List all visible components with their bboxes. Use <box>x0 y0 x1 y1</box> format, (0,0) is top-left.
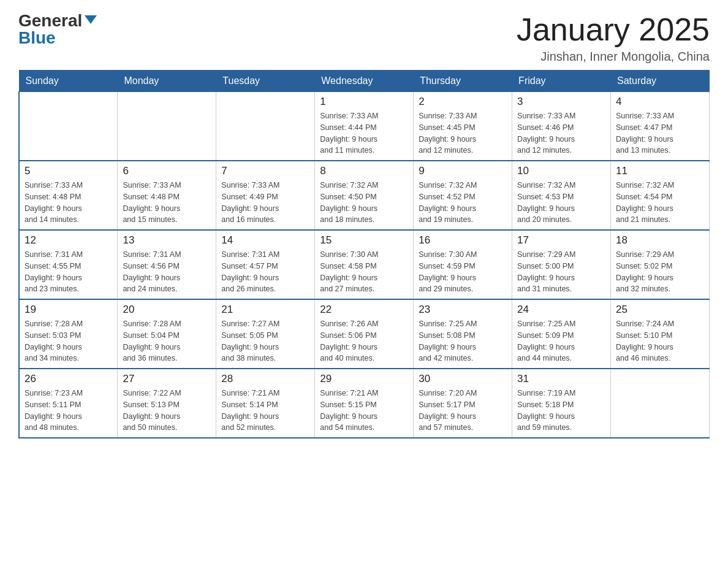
day-number: 28 <box>221 373 309 385</box>
calendar-cell: 30Sunrise: 7:20 AM Sunset: 5:17 PM Dayli… <box>414 369 512 438</box>
day-number: 29 <box>320 373 408 385</box>
day-number: 19 <box>25 304 112 316</box>
calendar-cell: 17Sunrise: 7:29 AM Sunset: 5:00 PM Dayli… <box>512 230 611 299</box>
day-number: 8 <box>320 165 408 177</box>
day-info: Sunrise: 7:28 AM Sunset: 5:04 PM Dayligh… <box>123 318 211 364</box>
calendar-cell: 22Sunrise: 7:26 AM Sunset: 5:06 PM Dayli… <box>315 299 414 369</box>
calendar-cell: 6Sunrise: 7:33 AM Sunset: 4:48 PM Daylig… <box>118 161 216 230</box>
day-info: Sunrise: 7:33 AM Sunset: 4:45 PM Dayligh… <box>419 110 507 156</box>
day-info: Sunrise: 7:19 AM Sunset: 5:18 PM Dayligh… <box>517 388 605 434</box>
calendar-cell <box>216 92 315 161</box>
day-number: 2 <box>419 96 507 108</box>
day-number: 26 <box>25 373 112 385</box>
calendar-cell: 13Sunrise: 7:31 AM Sunset: 4:56 PM Dayli… <box>118 230 216 299</box>
calendar-cell: 5Sunrise: 7:33 AM Sunset: 4:48 PM Daylig… <box>19 161 118 230</box>
day-info: Sunrise: 7:32 AM Sunset: 4:54 PM Dayligh… <box>616 180 704 226</box>
calendar-header-tuesday: Tuesday <box>216 71 315 92</box>
calendar-header-monday: Monday <box>118 71 216 92</box>
day-info: Sunrise: 7:29 AM Sunset: 5:00 PM Dayligh… <box>517 249 605 295</box>
day-info: Sunrise: 7:21 AM Sunset: 5:14 PM Dayligh… <box>221 388 309 434</box>
calendar-week-row: 26Sunrise: 7:23 AM Sunset: 5:11 PM Dayli… <box>19 369 710 438</box>
day-number: 18 <box>616 234 704 247</box>
day-number: 20 <box>123 304 211 316</box>
day-info: Sunrise: 7:25 AM Sunset: 5:09 PM Dayligh… <box>517 318 605 364</box>
calendar-cell: 10Sunrise: 7:32 AM Sunset: 4:53 PM Dayli… <box>512 161 611 230</box>
day-number: 21 <box>221 304 309 316</box>
logo: General Blue <box>18 12 97 47</box>
day-number: 3 <box>517 96 605 108</box>
day-number: 16 <box>419 234 507 247</box>
day-info: Sunrise: 7:30 AM Sunset: 4:59 PM Dayligh… <box>419 249 507 295</box>
calendar-cell: 3Sunrise: 7:33 AM Sunset: 4:46 PM Daylig… <box>512 92 611 161</box>
day-number: 17 <box>517 234 605 247</box>
day-info: Sunrise: 7:25 AM Sunset: 5:08 PM Dayligh… <box>419 318 507 364</box>
day-number: 15 <box>320 234 408 247</box>
calendar-cell <box>611 369 710 438</box>
calendar-cell: 15Sunrise: 7:30 AM Sunset: 4:58 PM Dayli… <box>315 230 414 299</box>
calendar-week-row: 5Sunrise: 7:33 AM Sunset: 4:48 PM Daylig… <box>19 161 710 230</box>
calendar-cell: 31Sunrise: 7:19 AM Sunset: 5:18 PM Dayli… <box>512 369 611 438</box>
calendar-cell: 26Sunrise: 7:23 AM Sunset: 5:11 PM Dayli… <box>19 369 118 438</box>
calendar-cell: 20Sunrise: 7:28 AM Sunset: 5:04 PM Dayli… <box>118 299 216 369</box>
day-info: Sunrise: 7:30 AM Sunset: 4:58 PM Dayligh… <box>320 249 408 295</box>
calendar-week-row: 1Sunrise: 7:33 AM Sunset: 4:44 PM Daylig… <box>19 92 710 161</box>
day-info: Sunrise: 7:33 AM Sunset: 4:44 PM Dayligh… <box>320 110 408 156</box>
calendar-cell: 21Sunrise: 7:27 AM Sunset: 5:05 PM Dayli… <box>216 299 315 369</box>
calendar-week-row: 12Sunrise: 7:31 AM Sunset: 4:55 PM Dayli… <box>19 230 710 299</box>
day-number: 13 <box>123 234 211 247</box>
day-info: Sunrise: 7:33 AM Sunset: 4:46 PM Dayligh… <box>517 110 605 156</box>
day-number: 7 <box>221 165 309 177</box>
logo-blue-text: Blue <box>18 29 56 47</box>
location-text: Jinshan, Inner Mongolia, China <box>517 50 710 64</box>
day-number: 5 <box>25 165 112 177</box>
calendar-cell: 25Sunrise: 7:24 AM Sunset: 5:10 PM Dayli… <box>611 299 710 369</box>
day-number: 12 <box>25 234 112 247</box>
calendar-cell: 18Sunrise: 7:29 AM Sunset: 5:02 PM Dayli… <box>611 230 710 299</box>
day-info: Sunrise: 7:33 AM Sunset: 4:49 PM Dayligh… <box>221 180 309 226</box>
day-number: 1 <box>320 96 408 108</box>
day-info: Sunrise: 7:31 AM Sunset: 4:56 PM Dayligh… <box>123 249 211 295</box>
day-info: Sunrise: 7:21 AM Sunset: 5:15 PM Dayligh… <box>320 388 408 434</box>
calendar-header-thursday: Thursday <box>414 71 512 92</box>
month-title: January 2025 <box>517 12 710 47</box>
calendar-header-row: SundayMondayTuesdayWednesdayThursdayFrid… <box>19 71 710 92</box>
calendar-header-friday: Friday <box>512 71 611 92</box>
day-info: Sunrise: 7:28 AM Sunset: 5:03 PM Dayligh… <box>25 318 112 364</box>
calendar-cell: 14Sunrise: 7:31 AM Sunset: 4:57 PM Dayli… <box>216 230 315 299</box>
calendar-cell: 12Sunrise: 7:31 AM Sunset: 4:55 PM Dayli… <box>19 230 118 299</box>
logo-triangle-icon <box>85 15 97 24</box>
logo-general-text: General <box>18 12 82 29</box>
day-number: 10 <box>517 165 605 177</box>
calendar-cell: 8Sunrise: 7:32 AM Sunset: 4:50 PM Daylig… <box>315 161 414 230</box>
day-info: Sunrise: 7:27 AM Sunset: 5:05 PM Dayligh… <box>221 318 309 364</box>
calendar-cell: 16Sunrise: 7:30 AM Sunset: 4:59 PM Dayli… <box>414 230 512 299</box>
day-info: Sunrise: 7:31 AM Sunset: 4:55 PM Dayligh… <box>25 249 112 295</box>
calendar-cell: 28Sunrise: 7:21 AM Sunset: 5:14 PM Dayli… <box>216 369 315 438</box>
calendar-cell: 11Sunrise: 7:32 AM Sunset: 4:54 PM Dayli… <box>611 161 710 230</box>
page-header: General Blue January 2025 Jinshan, Inner… <box>18 12 710 64</box>
day-info: Sunrise: 7:23 AM Sunset: 5:11 PM Dayligh… <box>25 388 112 434</box>
calendar-cell <box>19 92 118 161</box>
day-info: Sunrise: 7:24 AM Sunset: 5:10 PM Dayligh… <box>616 318 704 364</box>
day-number: 14 <box>221 234 309 247</box>
calendar-cell: 9Sunrise: 7:32 AM Sunset: 4:52 PM Daylig… <box>414 161 512 230</box>
day-number: 24 <box>517 304 605 316</box>
calendar-header-saturday: Saturday <box>611 71 710 92</box>
calendar-cell: 7Sunrise: 7:33 AM Sunset: 4:49 PM Daylig… <box>216 161 315 230</box>
day-info: Sunrise: 7:33 AM Sunset: 4:47 PM Dayligh… <box>616 110 704 156</box>
day-info: Sunrise: 7:31 AM Sunset: 4:57 PM Dayligh… <box>221 249 309 295</box>
calendar-cell: 23Sunrise: 7:25 AM Sunset: 5:08 PM Dayli… <box>414 299 512 369</box>
calendar-header-wednesday: Wednesday <box>315 71 414 92</box>
day-number: 4 <box>616 96 704 108</box>
calendar-cell: 24Sunrise: 7:25 AM Sunset: 5:09 PM Dayli… <box>512 299 611 369</box>
calendar-cell: 19Sunrise: 7:28 AM Sunset: 5:03 PM Dayli… <box>19 299 118 369</box>
calendar-cell: 1Sunrise: 7:33 AM Sunset: 4:44 PM Daylig… <box>315 92 414 161</box>
day-number: 27 <box>123 373 211 385</box>
day-number: 23 <box>419 304 507 316</box>
calendar-header-sunday: Sunday <box>19 71 118 92</box>
day-info: Sunrise: 7:22 AM Sunset: 5:13 PM Dayligh… <box>123 388 211 434</box>
day-info: Sunrise: 7:20 AM Sunset: 5:17 PM Dayligh… <box>419 388 507 434</box>
day-number: 9 <box>419 165 507 177</box>
day-number: 25 <box>616 304 704 316</box>
calendar-cell <box>118 92 216 161</box>
